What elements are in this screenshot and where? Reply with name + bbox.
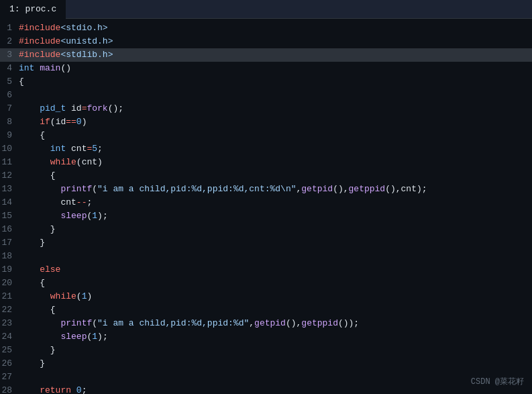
line-number: 28 (0, 384, 19, 394)
code-content: #include<stdio.h> (19, 21, 108, 35)
code-content: while(1) (19, 290, 92, 303)
editor: 1: proc.c 1 #include<stdio.h> 2 #include… (0, 0, 532, 394)
line-number: 16 (0, 223, 19, 236)
line-number: 21 (0, 290, 19, 303)
code-line: 23 printf("i am a child,pid:%d,ppid:%d",… (0, 317, 532, 330)
code-line: 4 int main() (0, 62, 532, 75)
code-content: #include<stdlib.h> (19, 48, 113, 62)
line-number: 10 (0, 142, 19, 156)
line-number: 1 (0, 21, 19, 35)
code-content: cnt--; (19, 196, 92, 209)
code-line: 20 { (0, 277, 532, 290)
code-content: printf("i am a child,pid:%d,ppid:%d",get… (19, 317, 359, 330)
code-line: 28 return 0; (0, 384, 532, 394)
code-line: 25 } (0, 344, 532, 357)
code-content: { (19, 129, 45, 142)
code-line: 3 #include<stdlib.h> (0, 48, 532, 62)
line-number: 15 (0, 209, 19, 223)
code-content: pid_t id=fork(); (19, 102, 123, 115)
code-line: 10 int cnt=5; (0, 142, 532, 156)
line-number: 17 (0, 236, 19, 250)
line-number: 14 (0, 196, 19, 209)
code-line: 9 { (0, 129, 532, 142)
code-content: { (19, 277, 45, 290)
code-content: sleep(1); (19, 209, 108, 223)
code-line: 17 } (0, 236, 532, 250)
code-content: sleep(1); (19, 330, 108, 344)
tab-proc-c[interactable]: 1: proc.c (0, 0, 66, 19)
line-number: 3 (0, 48, 19, 62)
code-line: 22 { (0, 303, 532, 317)
code-line: 21 while(1) (0, 290, 532, 303)
line-number: 2 (0, 35, 19, 48)
line-number: 18 (0, 250, 19, 263)
code-line: 19 else (0, 263, 532, 277)
code-line: 15 sleep(1); (0, 209, 532, 223)
line-number: 11 (0, 156, 19, 169)
code-content: { (19, 169, 56, 183)
line-number: 7 (0, 102, 19, 115)
code-content: { (19, 303, 56, 317)
code-content: while(cnt) (19, 156, 103, 169)
code-content: int main() (19, 62, 71, 75)
code-line: 2 #include<unistd.h> (0, 35, 532, 48)
tab-bar: 1: proc.c (0, 0, 532, 19)
code-area: 1 #include<stdio.h> 2 #include<unistd.h>… (0, 19, 532, 394)
code-content: } (19, 236, 45, 250)
line-number: 27 (0, 371, 19, 384)
code-content (19, 89, 24, 102)
line-number: 5 (0, 75, 19, 89)
code-line: 18 (0, 250, 532, 263)
code-line: 12 { (0, 169, 532, 183)
code-content: return 0; (19, 384, 87, 394)
line-number: 23 (0, 317, 19, 330)
code-line: 14 cnt--; (0, 196, 532, 209)
code-line: 8 if(id==0) (0, 115, 532, 129)
code-content: else (19, 263, 60, 277)
code-line: 24 sleep(1); (0, 330, 532, 344)
code-content: int cnt=5; (19, 142, 103, 156)
line-number: 9 (0, 129, 19, 142)
code-content (19, 250, 24, 263)
code-line: 13 printf("i am a child,pid:%d,ppid:%d,c… (0, 183, 532, 196)
code-line: 1 #include<stdio.h> (0, 21, 532, 35)
line-number: 19 (0, 263, 19, 277)
line-number: 4 (0, 62, 19, 75)
code-line: 26 } (0, 357, 532, 371)
code-content: { (19, 75, 24, 89)
code-content (19, 371, 24, 384)
code-content: if(id==0) (19, 115, 87, 129)
line-number: 12 (0, 169, 19, 183)
line-number: 6 (0, 89, 19, 102)
code-content: } (19, 357, 45, 371)
code-line: 6 (0, 89, 532, 102)
watermark: CSDN @菜花籽 (471, 376, 524, 387)
code-line: 16 } (0, 223, 532, 236)
line-number: 20 (0, 277, 19, 290)
line-number: 8 (0, 115, 19, 129)
line-number: 26 (0, 357, 19, 371)
code-content: } (19, 223, 56, 236)
code-content: } (19, 344, 56, 357)
code-line: 5 { (0, 75, 532, 89)
code-line: 7 pid_t id=fork(); (0, 102, 532, 115)
code-line: 27 (0, 371, 532, 384)
line-number: 13 (0, 183, 19, 196)
line-number: 24 (0, 330, 19, 344)
line-number: 22 (0, 303, 19, 317)
line-number: 25 (0, 344, 19, 357)
code-content: #include<unistd.h> (19, 35, 113, 48)
code-line: 11 while(cnt) (0, 156, 532, 169)
code-content: printf("i am a child,pid:%d,ppid:%d,cnt:… (19, 183, 427, 196)
